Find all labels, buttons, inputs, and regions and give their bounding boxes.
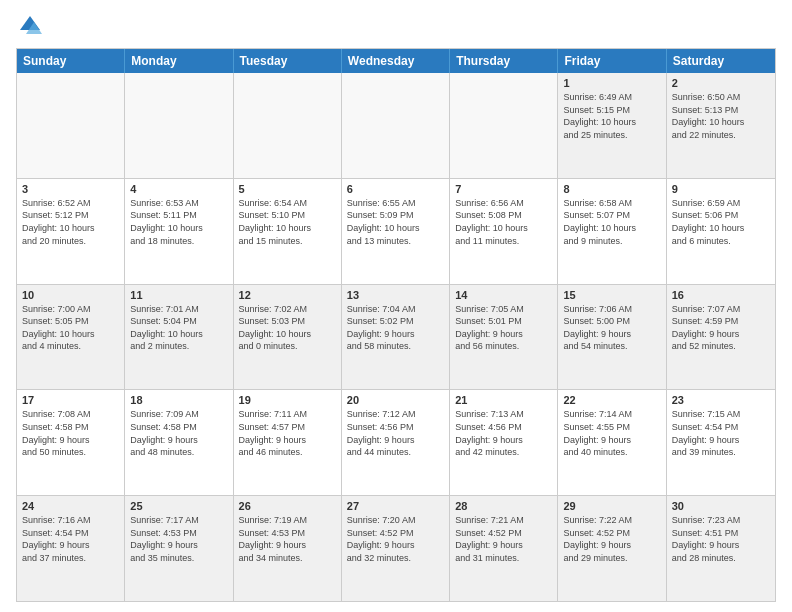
weekday-header: Sunday — [17, 49, 125, 73]
day-info: Sunrise: 7:12 AM Sunset: 4:56 PM Dayligh… — [347, 408, 444, 458]
calendar-cell: 24Sunrise: 7:16 AM Sunset: 4:54 PM Dayli… — [17, 496, 125, 601]
day-number: 6 — [347, 183, 444, 195]
calendar-cell: 1Sunrise: 6:49 AM Sunset: 5:15 PM Daylig… — [558, 73, 666, 178]
calendar-cell: 19Sunrise: 7:11 AM Sunset: 4:57 PM Dayli… — [234, 390, 342, 495]
day-number: 29 — [563, 500, 660, 512]
header — [16, 12, 776, 40]
day-number: 26 — [239, 500, 336, 512]
day-info: Sunrise: 7:21 AM Sunset: 4:52 PM Dayligh… — [455, 514, 552, 564]
calendar-cell: 7Sunrise: 6:56 AM Sunset: 5:08 PM Daylig… — [450, 179, 558, 284]
day-number: 27 — [347, 500, 444, 512]
day-number: 11 — [130, 289, 227, 301]
day-info: Sunrise: 6:52 AM Sunset: 5:12 PM Dayligh… — [22, 197, 119, 247]
calendar-cell: 17Sunrise: 7:08 AM Sunset: 4:58 PM Dayli… — [17, 390, 125, 495]
day-number: 25 — [130, 500, 227, 512]
day-number: 3 — [22, 183, 119, 195]
logo-icon — [16, 12, 44, 40]
day-info: Sunrise: 7:02 AM Sunset: 5:03 PM Dayligh… — [239, 303, 336, 353]
calendar-cell: 22Sunrise: 7:14 AM Sunset: 4:55 PM Dayli… — [558, 390, 666, 495]
weekday-header: Thursday — [450, 49, 558, 73]
calendar-row: 10Sunrise: 7:00 AM Sunset: 5:05 PM Dayli… — [17, 285, 775, 391]
day-info: Sunrise: 6:55 AM Sunset: 5:09 PM Dayligh… — [347, 197, 444, 247]
day-info: Sunrise: 6:53 AM Sunset: 5:11 PM Dayligh… — [130, 197, 227, 247]
day-number: 2 — [672, 77, 770, 89]
logo — [16, 12, 48, 40]
calendar-cell: 21Sunrise: 7:13 AM Sunset: 4:56 PM Dayli… — [450, 390, 558, 495]
day-number: 19 — [239, 394, 336, 406]
day-info: Sunrise: 6:59 AM Sunset: 5:06 PM Dayligh… — [672, 197, 770, 247]
day-info: Sunrise: 6:56 AM Sunset: 5:08 PM Dayligh… — [455, 197, 552, 247]
day-info: Sunrise: 7:16 AM Sunset: 4:54 PM Dayligh… — [22, 514, 119, 564]
weekday-header: Monday — [125, 49, 233, 73]
calendar-cell — [450, 73, 558, 178]
calendar-cell: 4Sunrise: 6:53 AM Sunset: 5:11 PM Daylig… — [125, 179, 233, 284]
calendar-cell: 10Sunrise: 7:00 AM Sunset: 5:05 PM Dayli… — [17, 285, 125, 390]
calendar-cell: 18Sunrise: 7:09 AM Sunset: 4:58 PM Dayli… — [125, 390, 233, 495]
calendar-cell: 14Sunrise: 7:05 AM Sunset: 5:01 PM Dayli… — [450, 285, 558, 390]
day-number: 20 — [347, 394, 444, 406]
calendar-cell: 26Sunrise: 7:19 AM Sunset: 4:53 PM Dayli… — [234, 496, 342, 601]
calendar-cell: 9Sunrise: 6:59 AM Sunset: 5:06 PM Daylig… — [667, 179, 775, 284]
day-info: Sunrise: 7:01 AM Sunset: 5:04 PM Dayligh… — [130, 303, 227, 353]
day-info: Sunrise: 7:06 AM Sunset: 5:00 PM Dayligh… — [563, 303, 660, 353]
day-info: Sunrise: 7:00 AM Sunset: 5:05 PM Dayligh… — [22, 303, 119, 353]
day-number: 5 — [239, 183, 336, 195]
calendar-cell: 16Sunrise: 7:07 AM Sunset: 4:59 PM Dayli… — [667, 285, 775, 390]
calendar: SundayMondayTuesdayWednesdayThursdayFrid… — [16, 48, 776, 602]
day-number: 9 — [672, 183, 770, 195]
calendar-cell — [342, 73, 450, 178]
day-info: Sunrise: 7:13 AM Sunset: 4:56 PM Dayligh… — [455, 408, 552, 458]
calendar-cell: 30Sunrise: 7:23 AM Sunset: 4:51 PM Dayli… — [667, 496, 775, 601]
day-info: Sunrise: 7:05 AM Sunset: 5:01 PM Dayligh… — [455, 303, 552, 353]
day-number: 17 — [22, 394, 119, 406]
day-number: 14 — [455, 289, 552, 301]
calendar-cell — [125, 73, 233, 178]
weekday-header: Friday — [558, 49, 666, 73]
calendar-row: 1Sunrise: 6:49 AM Sunset: 5:15 PM Daylig… — [17, 73, 775, 179]
day-number: 21 — [455, 394, 552, 406]
calendar-cell: 23Sunrise: 7:15 AM Sunset: 4:54 PM Dayli… — [667, 390, 775, 495]
day-info: Sunrise: 7:22 AM Sunset: 4:52 PM Dayligh… — [563, 514, 660, 564]
calendar-row: 24Sunrise: 7:16 AM Sunset: 4:54 PM Dayli… — [17, 496, 775, 601]
calendar-row: 17Sunrise: 7:08 AM Sunset: 4:58 PM Dayli… — [17, 390, 775, 496]
calendar-header: SundayMondayTuesdayWednesdayThursdayFrid… — [17, 49, 775, 73]
calendar-cell: 28Sunrise: 7:21 AM Sunset: 4:52 PM Dayli… — [450, 496, 558, 601]
day-number: 12 — [239, 289, 336, 301]
calendar-cell: 8Sunrise: 6:58 AM Sunset: 5:07 PM Daylig… — [558, 179, 666, 284]
day-number: 15 — [563, 289, 660, 301]
calendar-cell: 12Sunrise: 7:02 AM Sunset: 5:03 PM Dayli… — [234, 285, 342, 390]
weekday-header: Saturday — [667, 49, 775, 73]
calendar-cell: 13Sunrise: 7:04 AM Sunset: 5:02 PM Dayli… — [342, 285, 450, 390]
day-info: Sunrise: 7:23 AM Sunset: 4:51 PM Dayligh… — [672, 514, 770, 564]
day-info: Sunrise: 7:15 AM Sunset: 4:54 PM Dayligh… — [672, 408, 770, 458]
calendar-cell: 3Sunrise: 6:52 AM Sunset: 5:12 PM Daylig… — [17, 179, 125, 284]
day-info: Sunrise: 6:54 AM Sunset: 5:10 PM Dayligh… — [239, 197, 336, 247]
calendar-cell: 11Sunrise: 7:01 AM Sunset: 5:04 PM Dayli… — [125, 285, 233, 390]
day-info: Sunrise: 7:19 AM Sunset: 4:53 PM Dayligh… — [239, 514, 336, 564]
page: SundayMondayTuesdayWednesdayThursdayFrid… — [0, 0, 792, 612]
day-number: 1 — [563, 77, 660, 89]
calendar-cell: 27Sunrise: 7:20 AM Sunset: 4:52 PM Dayli… — [342, 496, 450, 601]
weekday-header: Tuesday — [234, 49, 342, 73]
day-number: 10 — [22, 289, 119, 301]
day-number: 18 — [130, 394, 227, 406]
calendar-cell: 15Sunrise: 7:06 AM Sunset: 5:00 PM Dayli… — [558, 285, 666, 390]
day-info: Sunrise: 7:09 AM Sunset: 4:58 PM Dayligh… — [130, 408, 227, 458]
day-info: Sunrise: 7:14 AM Sunset: 4:55 PM Dayligh… — [563, 408, 660, 458]
day-number: 4 — [130, 183, 227, 195]
day-info: Sunrise: 7:17 AM Sunset: 4:53 PM Dayligh… — [130, 514, 227, 564]
calendar-cell: 20Sunrise: 7:12 AM Sunset: 4:56 PM Dayli… — [342, 390, 450, 495]
calendar-cell — [234, 73, 342, 178]
day-number: 28 — [455, 500, 552, 512]
day-number: 13 — [347, 289, 444, 301]
calendar-body: 1Sunrise: 6:49 AM Sunset: 5:15 PM Daylig… — [17, 73, 775, 601]
day-number: 22 — [563, 394, 660, 406]
day-info: Sunrise: 7:04 AM Sunset: 5:02 PM Dayligh… — [347, 303, 444, 353]
day-number: 8 — [563, 183, 660, 195]
day-info: Sunrise: 7:08 AM Sunset: 4:58 PM Dayligh… — [22, 408, 119, 458]
calendar-cell: 6Sunrise: 6:55 AM Sunset: 5:09 PM Daylig… — [342, 179, 450, 284]
day-info: Sunrise: 6:49 AM Sunset: 5:15 PM Dayligh… — [563, 91, 660, 141]
calendar-cell: 25Sunrise: 7:17 AM Sunset: 4:53 PM Dayli… — [125, 496, 233, 601]
calendar-cell: 5Sunrise: 6:54 AM Sunset: 5:10 PM Daylig… — [234, 179, 342, 284]
day-number: 30 — [672, 500, 770, 512]
